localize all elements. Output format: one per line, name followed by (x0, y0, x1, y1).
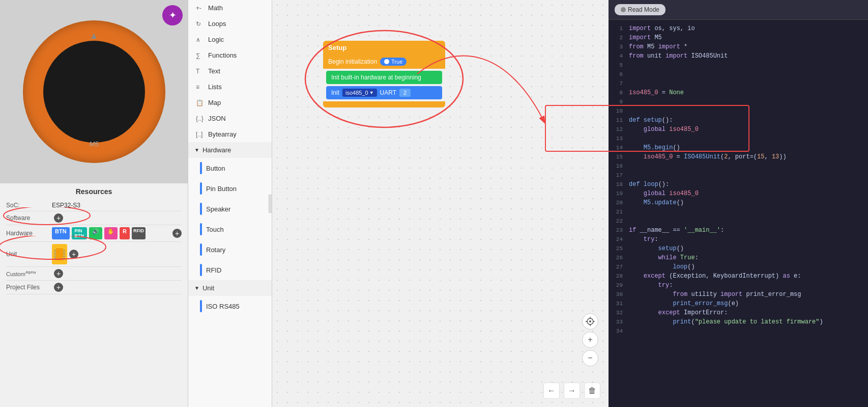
device-screen (43, 41, 145, 143)
chip-btn[interactable]: BTN (52, 227, 70, 239)
block-item-math[interactable]: +- Math (188, 0, 272, 16)
soc-label: SoC: (6, 202, 52, 209)
section-label-unit: Unit (202, 284, 214, 292)
code-line-3: 3 from M5 import * (609, 42, 868, 51)
setup-block-begin-row: Begin initialization True (323, 55, 445, 69)
block-item-json[interactable]: {..} JSON (188, 111, 272, 126)
code-line-23: 23 if __name__ == '__main__': (609, 226, 868, 235)
code-line-29: 29 try: (609, 281, 868, 290)
block-label-lists: Lists (208, 83, 222, 91)
setup-block-footer (323, 101, 445, 107)
code-line-10: 10 (609, 106, 868, 116)
blocks-collapse-button[interactable]: ‹ (269, 195, 272, 213)
code-line-26: 26 while True: (609, 253, 868, 262)
code-panel: Read Mode 1 import os, sys, io 2 import … (609, 0, 868, 407)
canvas-zoom-in-button[interactable]: + (582, 332, 598, 348)
toggle-dot (384, 59, 389, 64)
block-label-rotary: Rotary (206, 246, 225, 254)
setup-block-blue: Init iso485_0 ▼ UART 2 (326, 86, 442, 99)
setup-number[interactable]: 2 (399, 89, 411, 97)
code-line-15: 15 iso485_0 = ISO485Unit(2, port=(15, 13… (609, 152, 868, 161)
block-item-pin-button[interactable]: Pin Button (188, 178, 272, 199)
block-label-loops: Loops (208, 20, 226, 28)
block-item-functions[interactable]: ∑ Functions (188, 47, 272, 63)
block-item-map[interactable]: 📋 Map (188, 95, 272, 111)
block-item-button[interactable]: Button (188, 158, 272, 178)
project-files-add-button[interactable]: + (54, 283, 63, 292)
chip-r[interactable]: R (120, 227, 130, 239)
code-line-17: 17 (609, 171, 868, 180)
code-line-34: 34 (609, 327, 868, 336)
unit-row: Unit + (6, 242, 182, 267)
chip-speaker[interactable]: 🔊 (89, 227, 102, 239)
functions-icon: ∑ (196, 52, 204, 59)
code-line-2: 2 import M5 (609, 33, 868, 42)
code-line-24: 24 try: (609, 235, 868, 244)
block-item-rfid[interactable]: RFID (188, 260, 272, 280)
custom-add-button[interactable]: + (54, 269, 63, 278)
section-unit[interactable]: ▼ Unit (188, 280, 272, 296)
block-item-rotary[interactable]: Rotary (188, 239, 272, 260)
block-item-speaker[interactable]: Speaker (188, 199, 272, 219)
section-label-hardware: Hardware (202, 146, 231, 154)
blocks-panel: +- Math ↻ Loops ∧ Logic ∑ Functions T Te… (188, 0, 272, 407)
block-item-iso-rs485[interactable]: ISO RS485 (188, 296, 272, 316)
block-label-bytearray: Bytearray (208, 130, 237, 138)
hardware-add-button[interactable]: + (172, 229, 182, 238)
code-line-14: 14 M5.begin() (609, 143, 868, 152)
block-label-iso-rs485: ISO RS485 (206, 303, 240, 310)
logic-icon: ∧ (196, 36, 204, 43)
chip-pin-btn[interactable]: PINBTN (72, 227, 88, 239)
block-label-pin-button: Pin Button (206, 185, 237, 193)
canvas-crosshair-button[interactable] (582, 313, 598, 330)
code-editor[interactable]: 1 import os, sys, io 2 import M5 3 from … (609, 20, 868, 407)
code-line-22: 22 (609, 216, 868, 226)
chip-touch[interactable]: ✋ (104, 227, 118, 239)
unit-arrow-icon: ▼ (194, 285, 199, 291)
section-hardware[interactable]: ▼ Hardware (188, 142, 272, 158)
chip-rfid[interactable]: RFID (132, 227, 146, 239)
undo-button[interactable]: ← (543, 383, 560, 399)
setup-block[interactable]: Setup Begin initialization True Init bui… (323, 41, 445, 107)
m5-logo: M5 (89, 140, 98, 148)
rotary-color-dot (200, 243, 202, 256)
bytearray-icon: [..] (196, 131, 204, 138)
code-line-7: 7 (609, 79, 868, 88)
map-icon: 📋 (196, 99, 204, 106)
custom-row: CustomAlpha + (6, 267, 182, 281)
code-line-12: 12 global iso485_0 (609, 125, 868, 134)
canvas-area[interactable]: Setup Begin initialization True Init bui… (272, 0, 609, 407)
app-icon[interactable]: ✦ (162, 5, 183, 25)
code-line-16: 16 (609, 161, 868, 171)
block-item-touch[interactable]: Touch (188, 219, 272, 239)
canvas-zoom-out-button[interactable]: − (582, 350, 598, 366)
setup-toggle[interactable]: True (380, 58, 407, 66)
unit-chip-icon (52, 244, 67, 264)
read-mode-button[interactable]: Read Mode (615, 4, 666, 15)
canvas-controls: + − (582, 313, 598, 366)
code-line-25: 25 setup() (609, 244, 868, 253)
unit-add-button[interactable]: + (69, 250, 78, 259)
delete-button[interactable]: 🗑 (584, 383, 600, 399)
software-add-button[interactable]: + (54, 213, 63, 223)
soc-value: ESP32-S3 (52, 202, 182, 209)
loops-icon: ↻ (196, 20, 204, 28)
rfid-color-dot (200, 264, 202, 276)
resources-title: Resources (6, 187, 182, 196)
redo-button[interactable]: → (564, 383, 580, 399)
block-label-touch: Touch (206, 226, 224, 233)
code-line-31: 31 print_error_msg(e) (609, 299, 868, 308)
block-item-text[interactable]: T Text (188, 63, 272, 79)
block-item-lists[interactable]: ≡ Lists (188, 79, 272, 95)
code-line-9: 9 (609, 97, 868, 106)
code-header: Read Mode (609, 0, 868, 20)
code-line-19: 19 global iso485_0 (609, 189, 868, 198)
block-item-logic[interactable]: ∧ Logic (188, 32, 272, 47)
dropdown-arrow-icon: ▼ (369, 90, 374, 95)
block-item-bytearray[interactable]: [..] Bytearray (188, 126, 272, 142)
device-preview: ✦ ▲ M5 (0, 0, 188, 183)
setup-dropdown[interactable]: iso485_0 ▼ (342, 89, 377, 97)
hardware-row: Hardware BTN PINBTN 🔊 ✋ R RFID + (6, 225, 182, 242)
soc-row: SoC: ESP32-S3 (6, 200, 182, 211)
block-item-loops[interactable]: ↻ Loops (188, 16, 272, 32)
